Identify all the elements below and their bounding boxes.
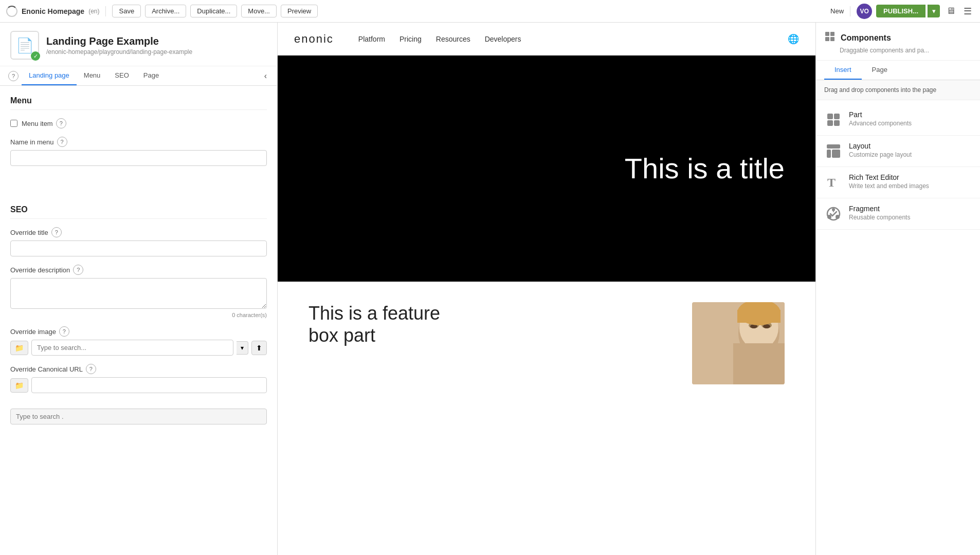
tab-seo[interactable]: SEO [107,66,136,85]
name-in-menu-label: Name in menu [10,138,54,146]
tab-landing-page[interactable]: Landing page [22,66,77,85]
right-panel-tab-page[interactable]: Page [862,61,898,80]
menu-item-field: Menu item ? [10,118,267,128]
menu-item-help[interactable]: ? [56,118,66,128]
override-canonical-input[interactable] [31,377,267,393]
override-image-field: Override image ? 📁 ▾ ⬆ [10,326,267,356]
content-header: 📄 ✓ Landing Page Example /enonic-homepag… [0,23,277,66]
name-in-menu-help[interactable]: ? [57,137,67,147]
tab-page[interactable]: Page [136,66,166,85]
part-icon-svg [825,112,842,128]
puzzle-icon-svg [824,31,836,42]
preview-feature-text: This is a featurebox part [308,302,672,346]
svg-rect-20 [832,150,840,158]
preview-button[interactable]: Preview [281,5,318,17]
nav-link-resources[interactable]: Resources [436,35,470,43]
preview-feature: This is a featurebox part [278,282,815,405]
component-item-fragment[interactable]: Fragment Reusable components [816,198,980,230]
preview-feature-image [692,302,785,384]
svg-line-28 [836,215,837,216]
page-icon: 📄 [16,37,34,54]
app-locale-label: (en) [88,8,99,15]
page-title: Landing Page Example [46,35,192,47]
duplicate-button[interactable]: Duplicate... [190,5,237,17]
override-title-help[interactable]: ? [51,227,62,237]
override-image-help[interactable]: ? [59,326,69,337]
avatar: VO [857,4,872,19]
publish-button[interactable]: PUBLISH... [876,5,925,17]
richtext-icon-svg: T [825,174,842,191]
nav-link-developers[interactable]: Developers [485,35,521,43]
content-icon: 📄 ✓ [10,31,39,60]
part-description: Advanced components [849,120,972,127]
svg-line-29 [830,215,831,216]
component-item-layout[interactable]: Layout Customize page layout [816,136,980,167]
svg-rect-12 [825,37,829,41]
help-button[interactable]: ? [8,71,19,81]
richtext-info: Rich Text Editor Write text and embed im… [849,173,972,190]
override-description-label: Override description [10,266,70,274]
name-in-menu-input[interactable] [10,150,267,166]
move-button[interactable]: Move... [241,5,277,17]
svg-rect-13 [830,37,834,41]
svg-point-26 [832,208,835,211]
svg-text:T: T [827,176,836,189]
override-image-label: Override image [10,328,56,336]
preview-nav-icons: 🌐 [788,33,799,45]
override-description-help[interactable]: ? [73,265,83,275]
layout-description: Customize page layout [849,151,972,158]
override-title-input[interactable] [10,240,267,256]
save-button[interactable]: Save [112,5,141,17]
menu-item-checkbox[interactable] [10,120,17,127]
nav-icon-1: 🌐 [788,34,799,44]
content-tabs: ? Landing page Menu SEO Page ‹ [0,66,277,86]
preview-logo: enonic [294,32,334,46]
override-description-field: Override description ? 0 character(s) [10,265,267,318]
name-in-menu-field: Name in menu ? [10,137,267,166]
svg-rect-10 [825,32,829,36]
collapse-panel-button[interactable]: ‹ [262,69,269,83]
folder-icon-button[interactable]: 📁 [10,341,28,355]
preview-iframe-wrap: enonic Platform Pricing Resources Develo… [278,23,815,555]
image-dropdown-button[interactable]: ▾ [237,341,248,355]
override-image-search[interactable] [31,340,233,356]
list-icon-button[interactable]: ☰ [961,6,974,17]
new-button[interactable]: New [830,7,844,15]
override-description-textarea[interactable] [10,278,267,309]
part-name: Part [849,110,972,119]
left-panel: 📄 ✓ Landing Page Example /enonic-homepag… [0,23,278,555]
main-area: 📄 ✓ Landing Page Example /enonic-homepag… [0,23,980,555]
nav-link-platform[interactable]: Platform [358,35,385,43]
app-name-label: Enonic Homepage [22,7,84,15]
override-canonical-row: 📁 [10,377,267,393]
drag-info: Drag and drop components into the page [816,80,980,100]
right-panel-subtitle: Draggable components and pa... [840,47,972,54]
svg-rect-11 [830,32,834,36]
publish-dropdown-button[interactable]: ▾ [928,5,940,17]
preview-nav-links: Platform Pricing Resources Developers [358,35,521,43]
richtext-name: Rich Text Editor [849,173,972,181]
bottom-search-input[interactable] [10,409,267,424]
part-info: Part Advanced components [849,110,972,127]
right-panel-title: Components [841,33,891,43]
canonical-folder-button[interactable]: 📁 [10,378,28,393]
component-item-part[interactable]: Part Advanced components [816,104,980,136]
override-title-label: Override title [10,229,48,236]
archive-button[interactable]: Archive... [145,5,186,17]
fragment-name: Fragment [849,205,972,213]
preview-hero-title: This is a title [625,153,785,184]
nav-link-pricing[interactable]: Pricing [400,35,422,43]
fragment-icon-svg [825,206,842,222]
preview-area: enonic Platform Pricing Resources Develo… [278,23,815,555]
component-item-richtext[interactable]: T Rich Text Editor Write text and embed … [816,167,980,198]
override-image-row: 📁 ▾ ⬆ [10,340,267,356]
toolbar-divider [105,6,106,16]
fragment-icon [824,205,843,223]
override-canonical-help[interactable]: ? [86,364,96,374]
right-panel-tab-insert[interactable]: Insert [824,61,862,80]
monitor-icon-button[interactable]: 🖥 [944,6,957,16]
tab-menu[interactable]: Menu [77,66,108,85]
content-info: Landing Page Example /enonic-homepage/pl… [46,35,192,55]
override-canonical-field: Override Canonical URL ? 📁 [10,364,267,393]
image-upload-button[interactable]: ⬆ [251,341,267,355]
